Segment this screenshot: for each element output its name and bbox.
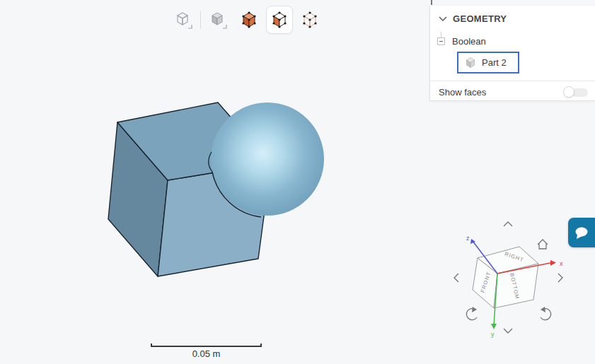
select-vertex-mode-button[interactable] [296,6,323,34]
tree-node-label[interactable]: Boolean [452,36,486,47]
boolean-solid[interactable] [108,102,324,276]
orbit-down-icon[interactable] [504,329,512,333]
tree-node-part2-row: Part 2 [457,52,595,74]
show-faces-label: Show faces [439,87,486,98]
scale-bar-label: 0.05 m [151,348,262,359]
wireframe-cube-icon [175,11,192,30]
collapse-minus-icon[interactable] [437,37,445,45]
axis-y-label: y [491,331,495,338]
volume-select-cube-icon [241,11,258,29]
sphere-body[interactable] [211,102,324,216]
axis-x-label: x [560,260,563,267]
toggle-knob[interactable] [563,86,574,98]
show-faces-row: Show faces [430,81,595,102]
selection-mode-toolbar [170,6,323,34]
axis-z-label: z [466,235,470,242]
select-face-mode-button[interactable] [266,6,293,34]
cad-viewport-window: GEOMETRY Boolean Part 2 Show faces [0,0,595,364]
face-select-cube-icon [271,11,288,29]
solid-cube-icon [209,11,227,30]
select-volume-solid-button[interactable] [204,6,231,34]
show-faces-toggle[interactable] [563,86,588,98]
gray-cube-icon [465,57,476,69]
scale-bar-line [151,344,262,347]
vertex-select-cube-icon [301,11,318,29]
rotate-cw-icon[interactable] [541,307,551,320]
scale-bar: 0.05 m [151,344,262,359]
orbit-left-icon[interactable] [454,274,458,282]
panel-title: GEOMETRY [453,13,507,24]
rotate-ccw-icon[interactable] [466,307,477,320]
orbit-right-icon[interactable] [558,274,562,282]
navigation-cube-widget[interactable]: RIGHT FRONT BOTTOM x z y [446,213,567,341]
select-volume-wireframe-button[interactable] [170,6,197,34]
chevron-down-icon [439,16,447,22]
orbit-up-icon[interactable] [504,222,512,226]
tree-connector-line [441,32,441,37]
tree-node-part2-selected[interactable]: Part 2 [457,52,519,74]
chat-bubble-icon [574,226,589,240]
chat-support-button[interactable] [568,218,595,247]
select-volume-mode-button[interactable] [236,6,262,34]
geometry-panel: GEOMETRY Boolean Part 2 Show faces [429,6,595,101]
tree-node-boolean[interactable]: Boolean [430,31,595,51]
panel-scrollbar-remnant [431,0,432,5]
home-view-icon[interactable] [538,240,548,249]
tree-node-label: Part 2 [482,57,507,68]
geometry-panel-header[interactable]: GEOMETRY [430,6,595,31]
toolbar-divider [200,11,201,29]
